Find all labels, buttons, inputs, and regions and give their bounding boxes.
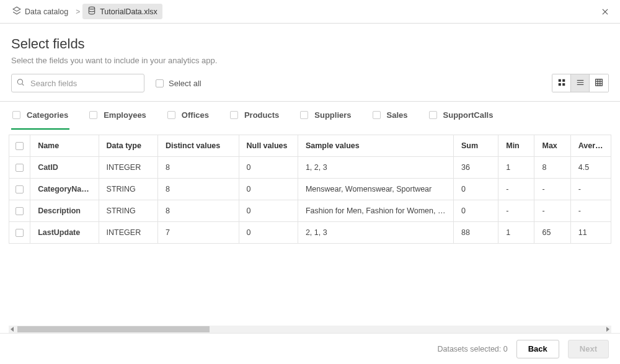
- search-icon: [16, 78, 25, 89]
- tab-supportcalls[interactable]: SupportCalls: [428, 102, 495, 130]
- table-row[interactable]: CategoryName STRING 8 0 Menswear, Womens…: [9, 179, 611, 200]
- tab-label: Products: [244, 110, 279, 120]
- cell-distinct: 8: [157, 157, 239, 179]
- cell-sum: 36: [453, 157, 498, 179]
- cell-name: Description: [30, 200, 99, 222]
- cell-sample: Fashion for Men, Fashion for Women, Spor…: [298, 200, 453, 222]
- view-grid-button[interactable]: [552, 74, 571, 92]
- cell-avg: -: [570, 179, 611, 200]
- cell-type: STRING: [99, 179, 157, 200]
- select-all[interactable]: Select all: [156, 79, 202, 88]
- tab-checkbox[interactable]: [300, 111, 308, 119]
- cell-null: 0: [239, 157, 298, 179]
- svg-rect-7: [562, 79, 565, 81]
- tab-suppliers[interactable]: Suppliers: [299, 102, 352, 130]
- tab-checkbox[interactable]: [230, 111, 238, 119]
- breadcrumb-root[interactable]: Data catalog: [7, 4, 73, 19]
- cell-type: STRING: [99, 200, 157, 222]
- select-all-label: Select all: [169, 79, 202, 88]
- table-row[interactable]: CatID INTEGER 8 0 1, 2, 3 36 1 8 4.5: [9, 157, 611, 179]
- chevron-right-icon: >: [76, 7, 80, 16]
- tab-checkbox[interactable]: [89, 111, 97, 119]
- tab-checkbox[interactable]: [12, 111, 20, 119]
- cell-name: CategoryName: [30, 179, 99, 200]
- svg-rect-8: [558, 83, 560, 86]
- tab-checkbox[interactable]: [373, 111, 381, 119]
- row-checkbox[interactable]: [9, 157, 30, 179]
- grid-icon: [557, 78, 566, 89]
- breadcrumb: Data catalog > TutorialData.xlsx: [0, 0, 620, 24]
- col-type[interactable]: Data type: [99, 135, 157, 157]
- cell-max: 65: [534, 222, 570, 244]
- tab-label: Suppliers: [314, 110, 351, 120]
- tab-checkbox[interactable]: [429, 111, 437, 119]
- tab-categories[interactable]: Categories: [11, 102, 69, 130]
- tab-products[interactable]: Products: [229, 102, 280, 130]
- cell-distinct: 8: [157, 200, 239, 222]
- breadcrumb-root-label: Data catalog: [25, 7, 68, 16]
- col-name[interactable]: Name: [30, 135, 99, 157]
- cell-avg: 4.5: [570, 157, 611, 179]
- layers-icon: [12, 6, 21, 17]
- database-icon: [87, 6, 96, 17]
- table-row[interactable]: Description STRING 8 0 Fashion for Men, …: [9, 200, 611, 222]
- cell-sample: Menswear, Womenswear, Sportwear: [298, 179, 453, 200]
- tab-employees[interactable]: Employees: [88, 102, 148, 130]
- cell-max: -: [534, 200, 570, 222]
- header-checkbox[interactable]: [9, 135, 30, 157]
- svg-line-5: [22, 84, 24, 86]
- cell-min: 1: [498, 222, 534, 244]
- next-button[interactable]: Next: [568, 340, 609, 358]
- breadcrumb-current-label: TutorialData.xlsx: [100, 7, 157, 16]
- col-null[interactable]: Null values: [239, 135, 298, 157]
- tab-label: Categories: [27, 110, 68, 120]
- svg-marker-0: [13, 7, 20, 11]
- col-avg[interactable]: Average: [570, 135, 611, 157]
- svg-rect-13: [596, 79, 603, 86]
- footer: Datasets selected: 0 Back Next: [0, 333, 620, 364]
- cell-min: -: [498, 179, 534, 200]
- col-min[interactable]: Min: [498, 135, 534, 157]
- cell-null: 0: [239, 179, 298, 200]
- col-sum[interactable]: Sum: [453, 135, 498, 157]
- tab-label: Employees: [104, 110, 146, 120]
- tabs: Categories Employees Offices Products Su…: [0, 102, 620, 130]
- cell-min: 1: [498, 157, 534, 179]
- cell-type: INTEGER: [99, 222, 157, 244]
- table-row[interactable]: LastUpdate INTEGER 7 0 2, 1, 3 88 1 65 1…: [9, 222, 611, 244]
- select-all-checkbox[interactable]: [156, 79, 164, 87]
- cell-null: 0: [239, 222, 298, 244]
- cell-distinct: 8: [157, 179, 239, 200]
- page-subtitle: Select the fields you want to include in…: [11, 56, 609, 65]
- col-distinct[interactable]: Distinct values: [157, 135, 239, 157]
- view-table-button[interactable]: [590, 74, 608, 92]
- tab-checkbox[interactable]: [167, 111, 175, 119]
- row-checkbox[interactable]: [9, 200, 30, 222]
- svg-point-4: [17, 79, 22, 84]
- row-checkbox[interactable]: [9, 222, 30, 244]
- cell-name: LastUpdate: [30, 222, 99, 244]
- tab-label: SupportCalls: [443, 110, 494, 120]
- row-checkbox[interactable]: [9, 179, 30, 200]
- cell-avg: -: [570, 200, 611, 222]
- back-button[interactable]: Back: [516, 340, 559, 358]
- tab-offices[interactable]: Offices: [166, 102, 210, 130]
- col-sample[interactable]: Sample values: [298, 135, 453, 157]
- col-max[interactable]: Max: [534, 135, 570, 157]
- horizontal-scrollbar[interactable]: [9, 326, 611, 333]
- cell-min: -: [498, 200, 534, 222]
- tab-label: Sales: [387, 110, 408, 120]
- cell-type: INTEGER: [99, 157, 157, 179]
- close-button[interactable]: [598, 4, 613, 19]
- view-list-button[interactable]: [571, 74, 590, 92]
- search-input[interactable]: [11, 74, 144, 92]
- tab-sales[interactable]: Sales: [371, 102, 409, 130]
- breadcrumb-current[interactable]: TutorialData.xlsx: [82, 4, 162, 19]
- table-header-row: Name Data type Distinct values Null valu…: [9, 135, 611, 157]
- page-header: Select fields Select the fields you want…: [0, 24, 620, 74]
- cell-max: 8: [534, 157, 570, 179]
- svg-point-1: [89, 7, 95, 9]
- cell-sum: 0: [453, 200, 498, 222]
- cell-sample: 2, 1, 3: [298, 222, 453, 244]
- scrollbar-thumb[interactable]: [17, 326, 210, 332]
